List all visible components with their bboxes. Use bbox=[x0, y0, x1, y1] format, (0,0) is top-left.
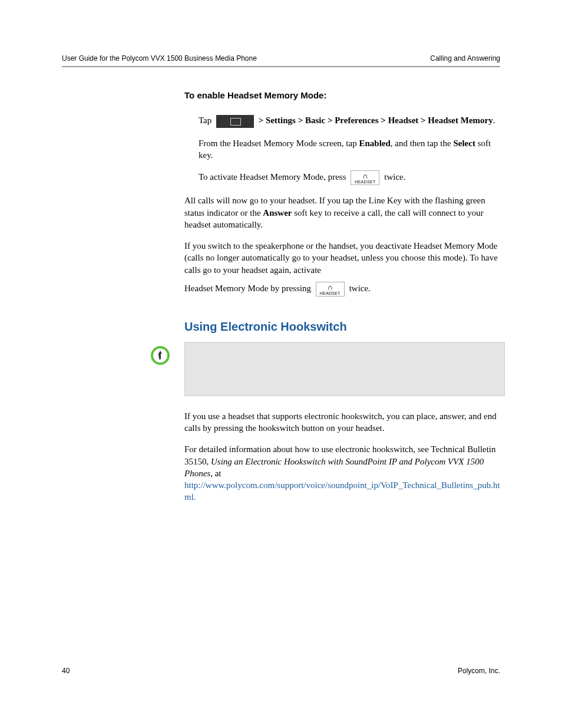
header-left: User Guide for the Polycom VVX 1500 Busi… bbox=[62, 54, 257, 62]
paragraph-all-calls: All calls will now go to your headset. I… bbox=[184, 195, 503, 230]
company-name: Polycom, Inc. bbox=[458, 667, 500, 675]
callout-box bbox=[184, 342, 505, 396]
paragraph-deactivate: If you switch to the speakerphone or the… bbox=[184, 240, 503, 276]
paragraph-hookswitch-intro: If you use a headset that supports elect… bbox=[184, 410, 503, 434]
section-title-hookswitch: Using Electronic Hookswitch bbox=[184, 319, 503, 335]
headset-button-icon: ∩ HEADSET bbox=[316, 282, 345, 297]
headset-button-icon: ∩ HEADSET bbox=[351, 170, 379, 185]
instruction-enable: From the Headset Memory Mode screen, tap… bbox=[199, 137, 503, 162]
paragraph-hookswitch-detail: For detailed information about how to us… bbox=[184, 443, 503, 503]
tap-label: Tap bbox=[199, 116, 211, 125]
period: . bbox=[493, 116, 495, 125]
headset-icon: ∩ bbox=[320, 284, 340, 291]
header-right: Calling and Answering bbox=[430, 54, 500, 62]
page-footer: 40 Polycom, Inc. bbox=[62, 667, 500, 675]
menu-icon bbox=[216, 115, 254, 128]
instruction-activate: To activate Headset Memory Mode, press ∩… bbox=[199, 170, 503, 185]
section-title-enable-headset: To enable Headset Memory Mode: bbox=[184, 90, 503, 101]
instruction-tap-path: Tap > Settings > Basic > Preferences > H… bbox=[199, 114, 503, 128]
technical-bulletin-link[interactable]: http://www.polycom.com/support/voice/sou… bbox=[184, 480, 500, 502]
paragraph-reactivate: Headset Memory Mode by pressing ∩ HEADSE… bbox=[184, 282, 503, 297]
nav-path: > Settings > Basic > Preferences > Heads… bbox=[259, 116, 493, 125]
tip-icon bbox=[150, 345, 170, 365]
page-header: User Guide for the Polycom VVX 1500 Busi… bbox=[62, 54, 500, 67]
page-number: 40 bbox=[62, 667, 70, 675]
headset-icon: ∩ bbox=[355, 172, 375, 180]
callout-row bbox=[62, 342, 503, 396]
